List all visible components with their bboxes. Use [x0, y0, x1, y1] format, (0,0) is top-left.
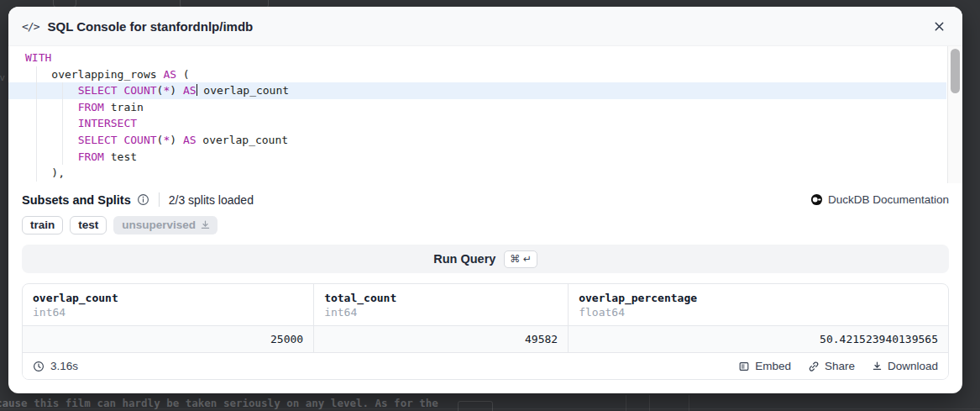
split-tags-row: traintestunsupervised	[8, 208, 962, 236]
download-button[interactable]: Download	[872, 360, 938, 372]
results-actions: EmbedShareDownload	[738, 360, 938, 372]
sql-text: )	[170, 84, 183, 97]
duckdb-documentation-link[interactable]: DuckDB Documentation	[810, 193, 949, 206]
editor-scrollbar-thumb[interactable]	[951, 49, 960, 93]
share-label: Share	[825, 360, 855, 372]
result-cell-total_count: 49582	[314, 326, 569, 352]
divider	[159, 192, 160, 207]
sql-keyword: FROM	[78, 150, 104, 163]
sql-text	[25, 134, 78, 146]
splits-loaded-status: 2/3 splits loaded	[169, 193, 254, 207]
dimmed-page-review-text: cause this film can hardly be taken seri…	[0, 397, 438, 409]
dimmed-page-element	[458, 401, 493, 411]
sql-keyword: SELECT	[78, 134, 118, 146]
query-duration: 3.16s	[33, 360, 78, 372]
code-line[interactable]: SELECT COUNT(*) AS overlap_count	[8, 132, 946, 149]
sql-text	[25, 150, 78, 163]
sql-keyword: AS	[183, 134, 197, 146]
sql-keyword: WITH	[25, 51, 51, 64]
sql-text: test	[104, 150, 137, 163]
sql-editor[interactable]: WITH overlapping_rows AS ( SELECT COUNT(…	[8, 46, 962, 183]
sql-keyword: FROM	[78, 101, 104, 113]
editor-scrollbar[interactable]	[947, 46, 962, 183]
sql-code: WITH overlapping_rows AS ( SELECT COUNT(…	[8, 50, 962, 182]
column-name: overlap_count	[33, 292, 303, 304]
download-icon	[872, 361, 883, 371]
sql-keyword: COUNT	[123, 134, 156, 146]
sql-keyword: AS	[183, 84, 197, 97]
run-query-label: Run Query	[433, 252, 495, 266]
dimmed-page-fragment: v	[0, 72, 5, 82]
clock-icon	[33, 361, 45, 372]
column-name: overlap_percentage	[579, 292, 938, 304]
indent-guide	[36, 66, 37, 182]
sql-text: )	[170, 134, 183, 146]
results-data-row: 250004958250.421523940139565	[23, 325, 948, 353]
sql-text	[25, 84, 78, 97]
code-line[interactable]: overlapping_rows AS (	[8, 66, 946, 83]
code-line[interactable]: FROM train	[8, 99, 946, 116]
embed-button[interactable]: Embed	[738, 360, 791, 372]
close-icon	[933, 20, 946, 33]
info-icon[interactable]	[137, 193, 149, 206]
share-icon	[808, 361, 820, 372]
modal-header: </> SQL Console for stanfordnlp/imdb	[8, 7, 962, 46]
split-tag-label: unsupervised	[122, 219, 196, 231]
run-query-button[interactable]: Run Query ⌘ ↵	[22, 245, 949, 273]
sql-keyword: SELECT	[78, 84, 118, 97]
sql-text: overlap_count	[197, 134, 289, 146]
sql-text: ),	[25, 166, 65, 179]
query-results-card: overlap_countint64total_countint64overla…	[22, 283, 949, 380]
column-type: int64	[324, 306, 558, 319]
result-cell-overlap_count: 25000	[23, 326, 314, 352]
split-tag-train[interactable]: train	[22, 216, 63, 234]
code-line[interactable]: ),	[8, 165, 946, 182]
column-type: int64	[33, 306, 303, 319]
sql-text: overlap_count	[197, 84, 290, 97]
split-tag-unsupervised[interactable]: unsupervised	[113, 216, 217, 234]
column-header-overlap_percentage[interactable]: overlap_percentagefloat64	[569, 284, 948, 325]
subsets-title: Subsets and Splits	[22, 193, 131, 207]
results-footer-row: 3.16s EmbedShareDownload	[23, 353, 948, 379]
indent-guide	[62, 82, 63, 165]
close-button[interactable]	[930, 17, 949, 36]
dimmed-page-column-border	[689, 395, 689, 411]
code-line[interactable]: FROM test	[8, 149, 946, 166]
dimmed-page-column-border	[626, 395, 626, 411]
result-cell-overlap_percentage: 50.421523940139565	[569, 326, 948, 352]
share-button[interactable]: Share	[808, 360, 855, 372]
sql-text	[25, 117, 78, 129]
sql-text: overlapping_rows	[25, 68, 163, 81]
code-brackets-icon: </>	[22, 20, 39, 33]
sql-keyword: COUNT	[123, 84, 156, 97]
split-tag-label: test	[78, 219, 98, 231]
sql-console-modal: </> SQL Console for stanfordnlp/imdb WIT…	[8, 7, 962, 393]
duckdb-logo-icon	[810, 193, 823, 206]
code-line[interactable]: INTERSECT	[8, 115, 946, 132]
embed-label: Embed	[755, 360, 791, 372]
column-header-total_count[interactable]: total_countint64	[314, 284, 569, 325]
sql-text: (	[176, 68, 190, 81]
sql-keyword: INTERSECT	[78, 117, 137, 129]
column-header-overlap_count[interactable]: overlap_countint64	[23, 284, 314, 325]
column-type: float64	[579, 306, 938, 319]
sql-text: train	[104, 101, 144, 113]
query-duration-value: 3.16s	[50, 360, 78, 372]
code-line-active[interactable]: SELECT COUNT(*) AS overlap_count	[8, 82, 946, 99]
dimmed-page-column-border	[649, 395, 650, 411]
download-icon	[200, 219, 211, 230]
keyboard-shortcut-badge: ⌘ ↵	[504, 250, 537, 268]
sql-keyword: AS	[163, 68, 176, 81]
sql-text	[25, 101, 78, 113]
modal-title: SQL Console for stanfordnlp/imdb	[47, 19, 253, 34]
split-tag-test[interactable]: test	[70, 216, 107, 234]
code-line[interactable]: WITH	[8, 50, 946, 66]
column-name: total_count	[324, 292, 558, 304]
results-header-row: overlap_countint64total_countint64overla…	[23, 284, 948, 325]
duckdb-documentation-label: DuckDB Documentation	[828, 193, 949, 206]
subsets-row: Subsets and Splits 2/3 splits loaded Duc…	[8, 183, 962, 208]
split-tag-label: train	[30, 219, 55, 231]
download-label: Download	[888, 360, 938, 372]
embed-icon	[738, 361, 750, 372]
